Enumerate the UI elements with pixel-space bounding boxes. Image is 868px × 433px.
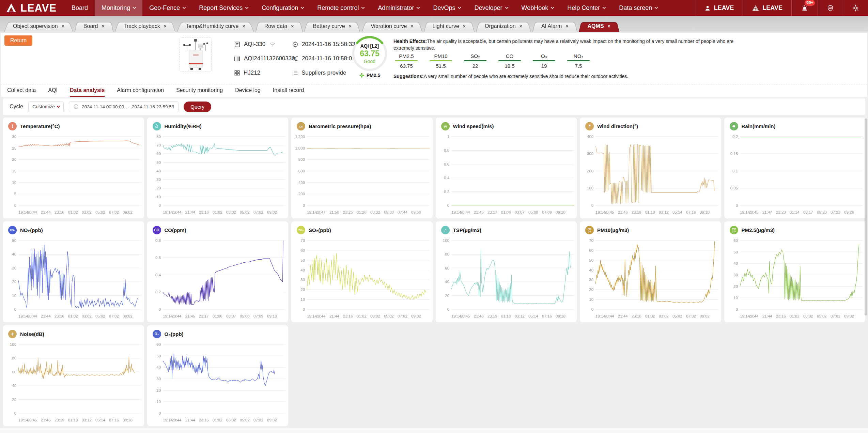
nav-org-button[interactable]: LEAVE: [743, 0, 791, 16]
tab-light-curve[interactable]: Light curve×: [424, 21, 475, 32]
detail-tabs: Collect dataAQIData analysisAlarm config…: [1, 84, 867, 97]
chart-header: ∴TSP(μg/m3): [441, 226, 481, 234]
chart-title: CO(ppm): [165, 227, 186, 233]
svg-text:800: 800: [298, 157, 305, 161]
clock-icon: [73, 104, 79, 109]
pollutant-level-bar: [395, 60, 418, 61]
nav-item-data-screen[interactable]: Data screen: [612, 0, 664, 16]
svg-text:10: 10: [156, 195, 161, 199]
svg-text:01:10: 01:10: [501, 314, 511, 318]
chevron-down-icon: [183, 6, 186, 9]
nav-item-administrator[interactable]: Administrator: [371, 0, 426, 16]
chart-card-pm10: PM10PM10(μg/m3)01020304050607019:1420:44…: [580, 221, 721, 322]
svg-text:07:09: 07:09: [542, 210, 552, 214]
chart-header: PM2.5PM2.5(μg/m3): [730, 226, 775, 234]
date-range-input[interactable]: 2024-11-14 00:00:00 - 2024-11-16 23:59:5…: [69, 102, 179, 112]
tab-temp-humidity-curve[interactable]: Temp&Humidity curve×: [177, 21, 254, 32]
svg-text:0: 0: [14, 411, 16, 415]
svg-text:05:08: 05:08: [239, 314, 249, 318]
svg-text:01:06: 01:06: [501, 210, 511, 214]
svg-text:0.8: 0.8: [444, 148, 449, 152]
nav-item-help-center[interactable]: Help Center: [560, 0, 612, 16]
horizontal-scrollbar-track[interactable]: [0, 428, 868, 433]
svg-text:05:08: 05:08: [528, 210, 538, 214]
detail-tab-install-record[interactable]: Install record: [273, 84, 304, 97]
nav-item-label: Monitoring: [102, 4, 130, 12]
close-icon[interactable]: ×: [349, 24, 352, 29]
close-icon[interactable]: ×: [410, 24, 413, 29]
tab-aqms[interactable]: AQMS×: [579, 21, 619, 32]
detail-tab-device-log[interactable]: Device log: [235, 84, 261, 97]
tab-object-supervision[interactable]: Object supervision×: [4, 21, 73, 32]
tab-ai-alarm[interactable]: AI Alarm×: [532, 21, 577, 32]
nav-item-label: Board: [72, 4, 88, 12]
chart-header: Wind speed(m/s): [441, 122, 494, 130]
brand-logo[interactable]: LEAVE: [0, 0, 65, 16]
co-gas-icon: CO: [153, 226, 161, 234]
close-icon[interactable]: ×: [565, 24, 568, 29]
tab-label: Battery curve: [313, 23, 345, 29]
cycle-select[interactable]: Customize: [28, 102, 64, 112]
device-model: AQI-330: [244, 41, 265, 48]
pollutant-pm10: PM1051.5: [427, 53, 455, 69]
vertical-scrollbar-thumb[interactable]: [865, 119, 867, 315]
tab-organization[interactable]: Organization×: [476, 21, 531, 32]
svg-text:07:09: 07:09: [253, 314, 263, 318]
close-icon[interactable]: ×: [62, 24, 64, 29]
chart-title: O₃(ppb): [165, 331, 184, 337]
nav-item-monitoring[interactable]: Monitoring: [95, 0, 142, 16]
detail-tab-aqi[interactable]: AQI: [48, 84, 58, 97]
nav-item-board[interactable]: Board: [65, 0, 95, 16]
svg-text:20: 20: [12, 280, 16, 284]
query-button[interactable]: Query: [184, 102, 211, 112]
detail-tab-collect-data[interactable]: Collect data: [7, 84, 36, 97]
nav-ai-shield-button[interactable]: AI: [818, 0, 843, 16]
svg-text:80: 80: [156, 135, 161, 139]
flag-icon: [585, 122, 594, 130]
close-icon[interactable]: ×: [164, 24, 167, 29]
detail-tab-data-analysis[interactable]: Data analysis: [70, 84, 105, 97]
chart-card-pm25: PM2.5PM2.5(μg/m3)010203040506019:1420:44…: [724, 221, 866, 322]
nav-star-button[interactable]: [843, 0, 868, 16]
close-icon[interactable]: ×: [608, 24, 610, 29]
tab-board[interactable]: Board×: [75, 21, 113, 32]
close-icon[interactable]: ×: [520, 24, 522, 29]
nav-item-devops[interactable]: DevOps: [426, 0, 467, 16]
tab-vibration-curve[interactable]: Vibration curve×: [362, 21, 422, 32]
nav-item-report-services[interactable]: Report Services: [192, 0, 255, 16]
chart-header: Noise(dB): [8, 330, 44, 338]
svg-text:20: 20: [733, 284, 738, 289]
tab-battery-curve[interactable]: Battery curve×: [304, 21, 360, 32]
svg-text:0: 0: [158, 411, 160, 415]
chart-plot-wind-speed: 00.20.40.60.8119:1420:4421:4523:1701:060…: [436, 133, 577, 218]
chart-title: NO₂(ppb): [20, 227, 43, 233]
close-icon[interactable]: ×: [102, 24, 105, 29]
nav-user-label: LEAVE: [714, 4, 734, 12]
close-icon[interactable]: ×: [463, 24, 466, 29]
pollutant-value: 22: [461, 63, 490, 69]
chart-title: Temperature(°C): [20, 123, 60, 129]
svg-text:07:02: 07:02: [253, 210, 263, 214]
nav-item-remote-control[interactable]: Remote control: [310, 0, 371, 16]
nav-item-geo-fence[interactable]: Geo-Fence: [142, 0, 192, 16]
chevron-down-icon: [551, 6, 554, 9]
detail-tab-alarm-configuration[interactable]: Alarm configuration: [117, 84, 164, 97]
return-button[interactable]: Return: [4, 35, 32, 46]
svg-text:23:20: 23:20: [776, 210, 786, 214]
svg-text:200: 200: [587, 169, 593, 173]
chart-title: PM10(μg/m3): [597, 227, 629, 233]
close-icon[interactable]: ×: [243, 24, 245, 29]
nav-item-configuration[interactable]: Configuration: [255, 0, 310, 16]
nav-item-developer[interactable]: Developer: [467, 0, 514, 16]
nav-item-webhook[interactable]: WebHook: [515, 0, 561, 16]
nav-siren-button[interactable]: 99+: [791, 0, 818, 16]
tab-track-playback[interactable]: Track playback×: [115, 21, 175, 32]
detail-tab-security-monitoring[interactable]: Security monitoring: [176, 84, 223, 97]
nav-user-button[interactable]: LEAVE: [695, 0, 743, 16]
svg-text:03:02: 03:02: [659, 314, 669, 318]
svg-text:07:23: 07:23: [830, 210, 840, 214]
close-icon[interactable]: ×: [291, 24, 294, 29]
tab-row-data[interactable]: Row data×: [255, 21, 303, 32]
svg-text:10: 10: [12, 294, 16, 298]
svg-text:20:44: 20:44: [27, 314, 37, 318]
